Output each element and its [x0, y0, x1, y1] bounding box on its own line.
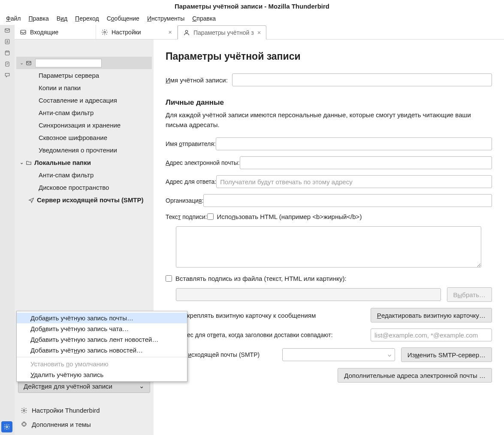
mail-icon[interactable] — [3, 27, 11, 33]
menu-message[interactable]: Сообщение — [103, 13, 143, 24]
signature-textarea[interactable] — [176, 226, 481, 268]
menu-add-news-account[interactable]: Добавить учётную запись новостей… — [17, 345, 187, 356]
sig-from-file-label: Вставлять подпись из файла (текст, HTML … — [175, 275, 347, 282]
use-html-checkbox[interactable] — [207, 213, 214, 220]
org-label: Организация: — [166, 197, 203, 204]
account-name-input[interactable] — [35, 59, 102, 67]
chevron-down-icon: ⌄ — [139, 382, 145, 390]
edit-vcard-button[interactable]: Редактировать визитную карточку… — [371, 308, 492, 322]
sidebar-item-spam[interactable]: Анти-спам фильтр — [16, 106, 152, 119]
menu-tools[interactable]: Инструменты — [144, 13, 188, 24]
sender-name-label: Имя отправителя: — [166, 140, 216, 147]
browse-button: Выбрать… — [447, 287, 492, 302]
menu-delete-account[interactable]: Удалить учётную запись — [17, 369, 187, 380]
sidebar-item-local-folders[interactable]: ⌄ Локальные папки — [16, 156, 152, 169]
svg-point-7 — [104, 31, 106, 33]
org-field[interactable] — [203, 194, 492, 207]
menu-add-chat-account[interactable]: Добавить учётную запись чата… — [17, 323, 187, 334]
address-book-icon[interactable] — [3, 39, 11, 45]
tab-settings[interactable]: Настройки × — [96, 25, 178, 39]
accounts-tree: ⌄ Параметры сервера Копии и папки Состав… — [15, 40, 154, 208]
calendar-icon[interactable] — [3, 50, 11, 56]
account-name-label: Имя учётной записи: — [166, 76, 228, 84]
tasks-icon[interactable] — [3, 61, 11, 67]
sidebar-item-compose[interactable]: Составление и адресация — [16, 94, 152, 106]
folder-icon — [26, 160, 34, 166]
sidebar-item-e2e[interactable]: Сквозное шифрование — [16, 131, 152, 144]
menu-bar: Файл Правка Вид Переход Сообщение Инстру… — [0, 12, 504, 25]
menu-help[interactable]: Справка — [189, 13, 219, 24]
menu-go[interactable]: Переход — [72, 13, 103, 24]
reply-to-field[interactable] — [216, 175, 492, 188]
email-field[interactable] — [240, 156, 492, 169]
email-label: Адрес электронной почты: — [166, 159, 240, 166]
edit-smtp-button[interactable]: Изменить SMTP-сервер… — [401, 347, 492, 362]
sidebar-item-copies[interactable]: Копии и папки — [16, 82, 152, 94]
reply-match-field[interactable] — [371, 329, 492, 341]
sidebar-item-spam-local[interactable]: Анти-спам фильтр — [16, 169, 152, 181]
sig-file-path-field[interactable] — [176, 288, 441, 301]
menu-set-default: Установить по умолчанию — [17, 359, 187, 369]
sidebar-item-server-params[interactable]: Параметры сервера — [16, 69, 152, 82]
sender-name-field[interactable] — [216, 137, 492, 150]
mail-account-icon — [26, 60, 34, 66]
page-title: Параметры учётной записи — [166, 51, 492, 62]
svg-point-5 — [6, 426, 8, 428]
menu-file[interactable]: Файл — [3, 13, 24, 24]
accounts-sidebar: ⌄ Параметры сервера Копии и папки Состав… — [15, 40, 154, 435]
additional-addresses-button[interactable]: Дополнительные адреса электронной почты … — [338, 368, 492, 383]
thunderbird-settings-link[interactable]: Настройки Thunderbird — [18, 403, 150, 417]
sidebar-item-label: Сервер исходящей почты (SMTP) — [37, 196, 144, 204]
inbox-icon — [20, 29, 27, 36]
account-row[interactable]: ⌄ — [16, 57, 152, 69]
account-icon — [183, 29, 190, 36]
window-title: Параметры учётной записи - Mozilla Thund… — [0, 0, 504, 12]
close-icon[interactable]: × — [257, 29, 261, 36]
sig-from-file-checkbox[interactable] — [166, 275, 172, 282]
account-actions-menu: Добавить учётную запись почты… Добавить … — [16, 311, 187, 382]
send-icon — [28, 197, 37, 203]
svg-rect-3 — [5, 51, 9, 55]
chevron-down-icon[interactable]: ⌄ — [20, 160, 26, 165]
link-label: Дополнения и темы — [32, 421, 91, 428]
chat-icon[interactable] — [3, 72, 11, 78]
tab-inbox[interactable]: Входящие — [15, 25, 96, 39]
smtp-server-select[interactable] — [282, 348, 395, 361]
svg-point-10 — [23, 410, 25, 411]
account-name-field[interactable] — [232, 73, 492, 86]
link-label: Настройки Thunderbird — [32, 407, 100, 414]
menu-edit[interactable]: Правка — [25, 13, 52, 24]
sidebar-item-receipts[interactable]: Уведомления о прочтении — [16, 144, 152, 156]
attach-vcard-label: креплять визитную карточку к сообщениям — [187, 312, 316, 319]
gear-icon — [101, 29, 108, 36]
chevron-down-icon[interactable]: ⌄ — [20, 60, 26, 66]
reply-match-label: ес для ответа, когда заголовки доставки … — [187, 332, 333, 338]
settings-gear-icon[interactable] — [1, 421, 12, 432]
tab-strip: Входящие Настройки × Параметры учётной з… — [15, 25, 504, 40]
addons-link[interactable]: Дополнения и темы — [18, 417, 150, 432]
menu-view[interactable]: Вид — [53, 13, 71, 24]
sidebar-item-label: Локальные папки — [34, 159, 91, 166]
use-html-label: Использовать HTML (например <b>жирный</b… — [217, 213, 362, 220]
tab-account-settings[interactable]: Параметры учётной з × — [178, 25, 266, 40]
svg-point-2 — [7, 41, 8, 42]
activity-bar — [0, 25, 15, 435]
settings-pane: Параметры учётной записи Имя учётной зап… — [154, 40, 504, 435]
tab-label: Параметры учётной з — [193, 29, 254, 36]
sidebar-item-sync[interactable]: Синхронизация и хранение — [16, 119, 152, 131]
close-icon[interactable]: × — [168, 28, 172, 36]
menu-separator — [17, 357, 187, 357]
button-label: Действия для учётной записи — [24, 383, 112, 390]
reply-label: Адрес для ответа: — [166, 178, 216, 185]
personal-section-title: Личные данные — [166, 98, 492, 107]
menu-add-mail-account[interactable]: Добавить учётную запись почты… — [17, 313, 187, 323]
signature-text-label: Текст подписи: — [166, 213, 207, 220]
tab-label: Настройки — [112, 29, 141, 36]
sidebar-item-smtp[interactable]: Сервер исходящей почты (SMTP) — [16, 194, 152, 206]
svg-point-8 — [185, 30, 187, 32]
tab-label: Входящие — [30, 29, 58, 36]
sidebar-item-disk[interactable]: Дисковое пространство — [16, 181, 152, 194]
menu-add-feed-account[interactable]: Добавить учётную запись лент новостей… — [17, 334, 187, 345]
personal-section-desc: Для каждой учётной записи имеются персон… — [166, 110, 492, 130]
